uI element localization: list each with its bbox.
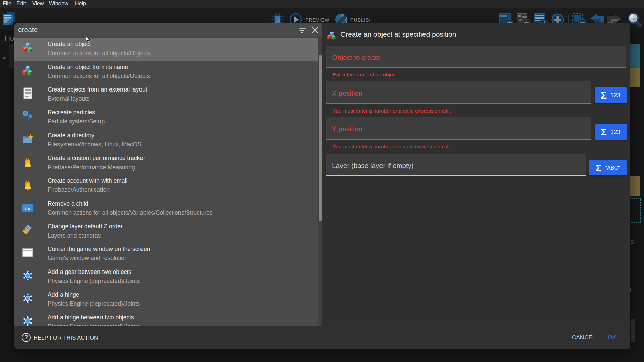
svg-text:Var: Var (24, 206, 31, 211)
